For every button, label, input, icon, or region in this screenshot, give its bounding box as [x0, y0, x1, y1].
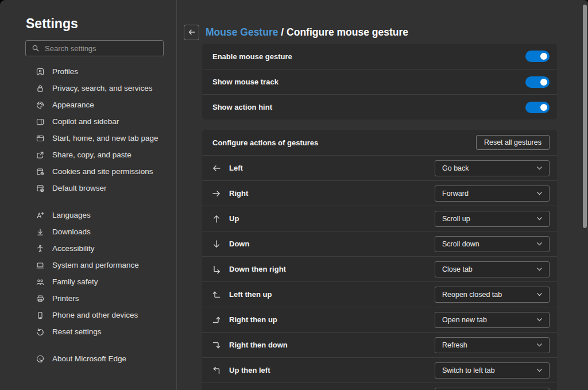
default-browser-icon — [36, 184, 45, 193]
show-action-hint-toggle[interactable] — [525, 102, 550, 113]
arrow-right-icon — [211, 188, 223, 199]
breadcrumb-parent-link[interactable]: Mouse Gesture — [206, 26, 278, 38]
chevron-down-icon — [536, 190, 543, 197]
sidebar-item-appearance[interactable]: Appearance — [0, 96, 176, 113]
sidebar-item-about-edge[interactable]: About Microsoft Edge — [0, 350, 176, 367]
enable-mouse-gesture-toggle[interactable] — [525, 51, 550, 62]
accessibility-icon — [36, 244, 45, 253]
laptop-icon — [36, 261, 45, 270]
gesture-action-dropdown-right-then-down[interactable]: Refresh — [435, 337, 550, 353]
gesture-row-right: Right Forward — [202, 180, 557, 206]
chevron-down-icon — [536, 164, 543, 172]
gesture-action-dropdown-partial[interactable] — [435, 388, 550, 390]
gesture-row-right-then-up: Right then up Open new tab — [202, 307, 557, 332]
gesture-action-dropdown-left[interactable]: Go back — [435, 160, 550, 176]
sidebar-item-copilot-sidebar[interactable]: Copilot and sidebar — [0, 113, 176, 130]
chevron-down-icon — [536, 316, 543, 323]
arrow-up-then-left-icon — [211, 365, 223, 376]
show-mouse-track-toggle[interactable] — [525, 76, 550, 88]
sidebar-item-privacy[interactable]: Privacy, search, and services — [0, 80, 176, 96]
selected-action: Go back — [442, 164, 536, 172]
sidebar-item-default-browser[interactable]: Default browser — [0, 180, 176, 196]
selected-action: Switch to left tab — [442, 366, 536, 374]
chevron-down-icon — [536, 341, 543, 349]
gesture-label: Right — [229, 189, 435, 198]
gesture-label: Up — [229, 214, 435, 223]
sidebar-item-label: Languages — [52, 211, 91, 219]
sidebar-item-accessibility[interactable]: Accessibility — [0, 240, 176, 257]
arrow-left-then-up-icon — [211, 289, 223, 300]
gesture-action-dropdown-left-then-up[interactable]: Reopen closed tab — [435, 287, 550, 303]
sidebar-item-start-home-newtab[interactable]: Start, home, and new tab page — [0, 130, 176, 146]
gesture-row-up: Up Scroll up — [202, 206, 557, 231]
sidebar-item-printers[interactable]: Printers — [0, 290, 176, 307]
sidebar-item-label: Family safety — [52, 277, 98, 286]
toggle-knob — [540, 104, 547, 111]
gesture-action-dropdown-right-then-up[interactable]: Open new tab — [435, 312, 550, 328]
settings-sidebar: Settings Profiles — [0, 0, 177, 390]
chevron-down-icon — [536, 291, 543, 298]
gesture-toggles-card: Enable mouse gesture Show mouse track Sh… — [202, 44, 557, 119]
selected-action: Forward — [442, 190, 536, 198]
sidebar-item-label: Default browser — [52, 184, 107, 192]
arrow-right-then-up-icon — [211, 315, 223, 325]
gesture-actions-card: Configure actions of gestures Reset all … — [202, 130, 557, 390]
search-input[interactable] — [45, 44, 158, 53]
family-icon — [36, 277, 45, 287]
sidebar-item-profiles[interactable]: Profiles — [0, 63, 176, 80]
gesture-label: Down — [229, 240, 435, 248]
breadcrumb: Mouse Gesture / Configure mouse gesture — [206, 26, 408, 38]
gesture-action-dropdown-up[interactable]: Scroll up — [435, 211, 550, 227]
selected-action: Scroll up — [442, 215, 536, 223]
back-button[interactable] — [184, 25, 199, 40]
sidebar-item-label: System and performance — [52, 261, 139, 269]
setting-row-show-mouse-track: Show mouse track — [202, 69, 557, 94]
gesture-label: Left then up — [229, 290, 435, 299]
sidebar-item-label: Accessibility — [52, 244, 95, 253]
gesture-label: Up then left — [229, 366, 435, 374]
printer-icon — [36, 294, 45, 303]
new-tab-page-icon — [36, 134, 45, 143]
share-icon — [36, 150, 45, 160]
gesture-row-down-then-right: Down then right Close tab — [202, 256, 557, 281]
gesture-row-up-then-left: Up then left Switch to left tab — [202, 357, 557, 383]
sidebar-item-phone-devices[interactable]: Phone and other devices — [0, 307, 176, 323]
gesture-action-dropdown-up-then-left[interactable]: Switch to left tab — [435, 362, 550, 379]
scrollbar-thumb[interactable] — [583, 5, 587, 228]
sidebar-group-divider — [0, 340, 176, 350]
sidebar-item-label: Phone and other devices — [52, 311, 138, 319]
gesture-action-dropdown-down[interactable]: Scroll down — [435, 236, 550, 252]
sidebar-item-reset-settings[interactable]: Reset settings — [0, 323, 176, 340]
arrow-right-then-down-icon — [211, 340, 223, 350]
gesture-label: Right then up — [229, 315, 435, 324]
sidebar-item-cookies-permissions[interactable]: Cookies and site permissions — [0, 163, 176, 180]
arrow-up-icon — [211, 214, 223, 224]
sidebar-item-share-copy-paste[interactable]: Share, copy, and paste — [0, 146, 176, 163]
gesture-action-dropdown-down-then-right[interactable]: Close tab — [435, 261, 550, 277]
sidebar-item-label: Downloads — [52, 227, 91, 236]
main-content: Mouse Gesture / Configure mouse gesture … — [177, 0, 588, 390]
sidebar-item-system-performance[interactable]: System and performance — [0, 257, 176, 273]
languages-icon — [36, 211, 45, 220]
search-settings-box[interactable] — [25, 40, 164, 56]
sidebar-nav: Profiles Privacy, search, and services — [0, 63, 176, 367]
breadcrumb-separator: / — [281, 26, 284, 38]
sidebar-item-label: Printers — [52, 294, 79, 303]
gesture-action-dropdown-right[interactable]: Forward — [435, 186, 550, 202]
reset-all-gestures-button[interactable]: Reset all gestures — [476, 135, 550, 150]
gesture-actions-header: Configure actions of gestures Reset all … — [202, 130, 557, 155]
arrow-left-icon — [211, 163, 223, 173]
chevron-down-icon — [536, 215, 543, 222]
phone-icon — [36, 311, 45, 320]
profiles-icon — [36, 67, 45, 76]
setting-label: Enable mouse gesture — [212, 52, 525, 61]
sidebar-item-downloads[interactable]: Downloads — [0, 223, 176, 240]
lock-icon — [36, 84, 45, 93]
sidebar-item-family-safety[interactable]: Family safety — [0, 273, 176, 290]
sidebar-group-divider — [0, 196, 176, 207]
arrow-down-icon — [211, 239, 223, 249]
selected-action: Reopen closed tab — [442, 291, 536, 299]
page-title: Configure mouse gesture — [287, 26, 408, 38]
arrow-down-then-right-icon — [211, 264, 223, 275]
sidebar-item-languages[interactable]: Languages — [0, 207, 176, 223]
